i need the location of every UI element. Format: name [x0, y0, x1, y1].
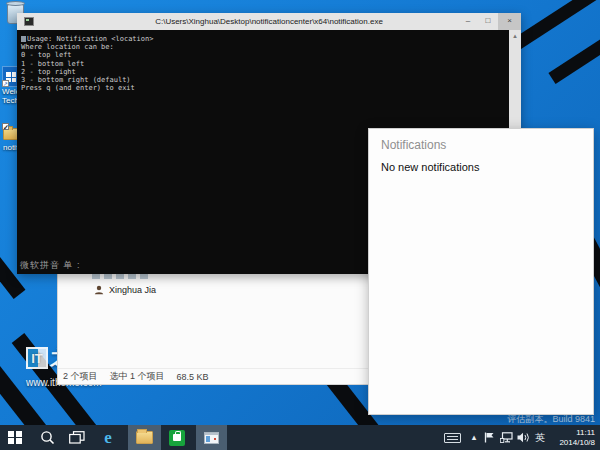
task-view-button[interactable]	[64, 425, 90, 450]
store-icon	[169, 430, 185, 446]
shortcut-arrow-icon: ↗	[2, 80, 9, 87]
console-line: Usage: Notification <location>	[17, 30, 521, 43]
notifications-panel[interactable]: Notifications No new notifications	[368, 128, 594, 415]
console-line: 0 - top left	[17, 51, 521, 59]
scroll-up-icon[interactable]: ▴	[509, 30, 521, 40]
selection-block	[21, 36, 26, 42]
explorer-selection-size: 68.5 KB	[177, 372, 209, 382]
store-button[interactable]	[163, 425, 191, 450]
ithome-logo-icon: IT	[26, 347, 48, 369]
explorer-user-name: Xinghua Jia	[109, 285, 156, 295]
touch-keyboard-button[interactable]	[441, 425, 463, 450]
maximize-button[interactable]: □	[478, 13, 498, 30]
internet-explorer-icon: e	[104, 429, 112, 446]
show-hidden-icons-button[interactable]: ▴	[468, 425, 480, 450]
taskbar: e ▴	[0, 425, 600, 450]
console-line: 1 - bottom left	[17, 60, 521, 68]
explorer-selection-count: 选中 1 个项目	[110, 370, 165, 383]
internet-explorer-button[interactable]: e	[94, 425, 122, 450]
notification-app-button[interactable]	[196, 425, 227, 450]
notifications-panel-title: Notifications	[381, 138, 593, 152]
notifications-empty-message: No new notifications	[381, 161, 593, 173]
explorer-item-count: 2 个项目	[63, 370, 98, 383]
wallpaper-stripe	[512, 0, 600, 50]
task-view-icon	[69, 431, 85, 444]
ime-status-bar[interactable]: 微软拼音 单 :	[20, 259, 81, 272]
checkmark-icon: ✓	[2, 123, 9, 130]
windows-tile-icon: ↗	[2, 66, 18, 87]
partial-tree-item	[92, 274, 152, 279]
speaker-icon	[517, 432, 530, 443]
volume-button[interactable]	[516, 425, 531, 450]
action-center-button[interactable]	[482, 425, 496, 450]
console-line: Press q (and enter) to exit	[17, 84, 521, 92]
console-line-text: Usage: Notification <location>	[27, 35, 153, 43]
network-button[interactable]	[499, 425, 514, 450]
windows-logo-icon	[8, 431, 22, 445]
console-line: 3 - bottom right (default)	[17, 76, 521, 84]
file-explorer-window[interactable]: Xinghua Jia 2 个项目 选中 1 个项目 68.5 KB	[57, 272, 373, 385]
console-line: Where location can be:	[17, 43, 521, 51]
search-icon	[40, 430, 55, 445]
notification-app-icon	[204, 432, 219, 444]
network-icon	[500, 432, 513, 443]
file-explorer-icon	[136, 431, 153, 444]
keyboard-icon	[444, 433, 461, 443]
clock-date: 2014/10/8	[545, 438, 595, 448]
user-icon	[94, 285, 104, 295]
taskbar-clock[interactable]: 11:11 2014/10/8	[545, 428, 595, 447]
recycle-bin-lid	[6, 1, 25, 6]
file-explorer-button[interactable]	[128, 425, 161, 450]
clock-time: 11:11	[545, 428, 595, 438]
console-window-title: C:\Users\Xinghua\Desktop\notificationcen…	[17, 17, 521, 26]
search-button[interactable]	[34, 425, 60, 450]
close-button[interactable]: ×	[498, 13, 521, 30]
start-button[interactable]	[3, 425, 27, 450]
flag-icon	[484, 432, 495, 443]
desktop-screen: ↗ Welco Tech ✓ notif IT 之家 www.ithome.co…	[0, 0, 600, 450]
console-title-bar[interactable]: C:\Users\Xinghua\Desktop\notificationcen…	[17, 13, 521, 30]
explorer-status-bar: 2 个项目 选中 1 个项目 68.5 KB	[58, 368, 372, 384]
explorer-user-item[interactable]: Xinghua Jia	[94, 285, 156, 295]
console-line: 2 - top right	[17, 68, 521, 76]
minimize-button[interactable]: –	[458, 13, 478, 30]
